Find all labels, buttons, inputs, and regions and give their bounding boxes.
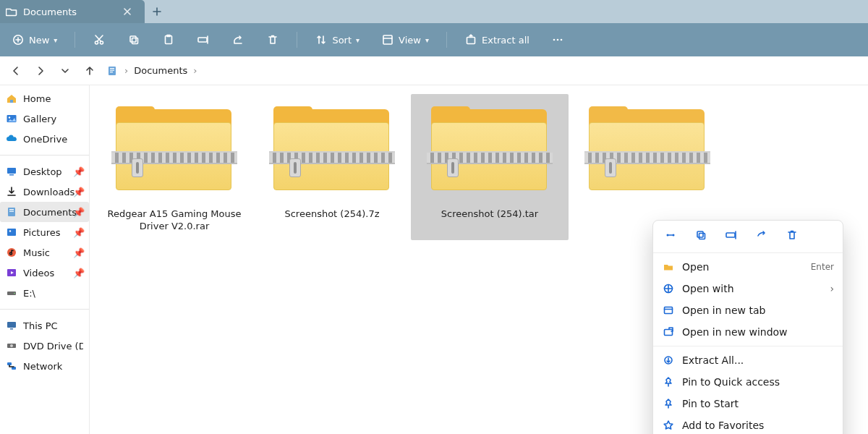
svg-rect-24 [7, 229, 16, 236]
extract-all-label: Extract all [482, 35, 529, 46]
ctx-action-copy[interactable] [691, 226, 711, 244]
sidebar-item-label: Music [23, 247, 50, 258]
ctx-open-new-window[interactable]: Open in new window [653, 321, 843, 343]
svg-rect-9 [467, 38, 475, 44]
svg-point-29 [14, 293, 15, 294]
sidebar-item-gallery[interactable]: Gallery [0, 109, 89, 129]
copy-button[interactable] [123, 30, 145, 49]
ctx-action-delete[interactable] [782, 226, 802, 244]
svg-rect-42 [665, 307, 673, 314]
sidebar-item-desktop[interactable]: Desktop 📌 [0, 161, 89, 182]
ctx-action-share[interactable] [752, 226, 772, 244]
pictures-icon [6, 226, 17, 238]
chevron-right-icon: › [830, 283, 834, 294]
address-bar[interactable]: › Documents › [101, 64, 864, 77]
sidebar-item-downloads[interactable]: Downloads 📌 [0, 182, 89, 202]
gallery-icon [6, 113, 17, 124]
sort-button[interactable]: Sort ▾ [310, 30, 364, 49]
sidebar-item-label: Home [23, 93, 51, 104]
sort-label: Sort [332, 35, 352, 46]
up-button[interactable] [80, 61, 100, 81]
sidebar-item-videos[interactable]: Videos 📌 [0, 263, 89, 283]
music-icon [6, 247, 17, 258]
svg-rect-38 [697, 231, 703, 237]
ctx-add-favorites[interactable]: Add to Favorites [653, 414, 843, 434]
extract-all-button[interactable]: Extract all [460, 30, 534, 49]
svg-point-25 [9, 230, 11, 231]
drive-icon [6, 287, 17, 299]
svg-point-10 [553, 39, 556, 41]
sidebar-item-drive-e[interactable]: E:\ [0, 283, 89, 303]
sidebar-item-this-pc[interactable]: This PC [0, 315, 89, 336]
folder-icon [6, 6, 17, 17]
network-icon [6, 360, 17, 372]
cut-button[interactable] [88, 30, 110, 49]
rename-icon [197, 33, 210, 46]
file-item[interactable]: Redgear A15 Gaming Mouse Driver V2.0.rar [95, 94, 253, 240]
home-icon [6, 93, 17, 104]
rename-button[interactable] [192, 30, 214, 49]
tab-documents[interactable]: Documents [0, 0, 145, 23]
ctx-pin-quick-access[interactable]: Pin to Quick access [653, 371, 843, 393]
back-button[interactable] [6, 61, 26, 81]
ctx-label: Pin to Quick access [682, 376, 780, 388]
share-button[interactable] [227, 30, 249, 49]
sidebar-item-dvd[interactable]: DVD Drive (D:) CCC [0, 336, 89, 356]
cloud-icon [6, 133, 17, 145]
sidebar-item-pictures[interactable]: Pictures 📌 [0, 222, 89, 242]
file-item[interactable] [569, 94, 726, 240]
dvd-icon [6, 340, 17, 352]
svg-rect-16 [110, 72, 113, 72]
zip-folder-icon [109, 103, 239, 204]
extract-icon [464, 33, 477, 46]
toolbar-separator [75, 32, 75, 48]
sort-icon [315, 33, 328, 46]
svg-rect-21 [8, 208, 15, 216]
file-item[interactable]: Screenshot (254).tar [411, 94, 569, 240]
ctx-open-new-tab[interactable]: Open in new tab [653, 299, 843, 321]
toolbar: New ▾ Sort ▾ View ▾ Extract all [0, 23, 868, 56]
view-button[interactable]: View ▾ [377, 30, 433, 49]
file-name: Screenshot (254).tar [441, 208, 538, 221]
ctx-extract-all[interactable]: Extract All... [653, 349, 843, 371]
new-tab-button[interactable] [145, 0, 169, 23]
svg-rect-14 [110, 68, 114, 69]
new-button[interactable]: New ▾ [7, 30, 61, 49]
new-tab-icon [662, 304, 675, 317]
svg-rect-30 [7, 322, 16, 328]
file-item[interactable]: Screenshot (254).7z [253, 94, 411, 240]
ctx-action-link[interactable] [660, 226, 681, 244]
sidebar-item-network[interactable]: Network [0, 356, 89, 376]
more-icon [551, 33, 564, 46]
forward-button[interactable] [30, 61, 51, 81]
sidebar-item-documents[interactable]: Documents 📌 [0, 202, 89, 222]
delete-button[interactable] [262, 30, 284, 49]
sidebar-item-onedrive[interactable]: OneDrive [0, 129, 89, 149]
copy-icon [127, 33, 140, 46]
pin-icon: 📌 [73, 227, 85, 238]
sidebar-item-label: Desktop [23, 166, 62, 177]
document-icon [6, 206, 17, 218]
svg-rect-8 [383, 35, 392, 44]
sidebar-item-music[interactable]: Music 📌 [0, 242, 89, 263]
file-name: Screenshot (254).7z [284, 208, 379, 221]
video-icon [6, 267, 17, 278]
svg-point-18 [9, 116, 10, 118]
sidebar: Home Gallery OneDrive Desktop 📌 Download… [0, 85, 90, 434]
more-toolbar-button[interactable] [547, 30, 569, 49]
ctx-open-with[interactable]: Open with › [653, 278, 843, 299]
close-icon[interactable] [119, 3, 136, 20]
breadcrumb-documents[interactable]: Documents [134, 65, 187, 76]
ctx-pin-start[interactable]: Pin to Start [653, 393, 843, 414]
recent-button[interactable] [55, 61, 75, 81]
sidebar-item-home[interactable]: Home [0, 88, 89, 109]
svg-rect-39 [699, 234, 705, 239]
toolbar-separator [297, 32, 297, 48]
paste-button[interactable] [158, 30, 179, 49]
ctx-action-rename[interactable] [721, 226, 741, 244]
pin-icon: 📌 [73, 187, 85, 197]
svg-rect-23 [9, 211, 14, 212]
svg-rect-7 [198, 38, 207, 42]
ctx-open[interactable]: Open Enter [653, 256, 843, 278]
desktop-icon [6, 166, 17, 177]
